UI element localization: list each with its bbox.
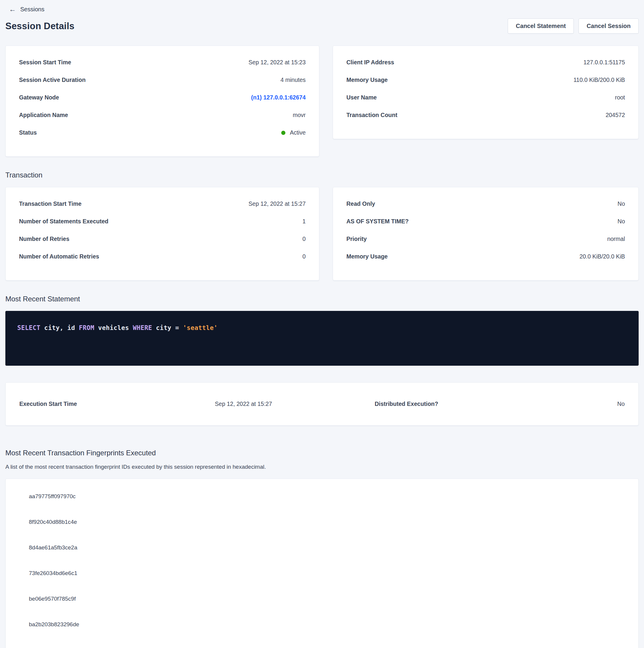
fingerprint-id: be06e9570f785c9f [29,595,625,603]
cancel-statement-button[interactable]: Cancel Statement [508,18,574,34]
session-summary-row: Session Start Time Sep 12, 2022 at 15:23… [5,46,639,157]
summary-row: Memory Usage 20.0 KiB/20.0 KiB [346,248,625,265]
summary-value: (n1) 127.0.0.1:62674 [251,93,306,102]
summary-value: 0 [302,235,306,243]
summary-label: Gateway Node [19,93,59,102]
execution-info-row: Execution Start Time Sep 12, 2022 at 15:… [19,400,625,408]
summary-value-text: 4 minutes [280,76,306,84]
fingerprint-id: 73fe26034bd6e6c1 [29,570,625,577]
summary-row: Number of Retries 0 [19,230,306,248]
summary-row: Number of Statements Executed 1 [19,213,306,230]
summary-row: Priority normal [346,230,625,248]
action-buttons: Cancel Statement Cancel Session [508,18,639,34]
fingerprint-id: aa79775ff097970c [29,493,625,500]
summary-row: Session Start Time Sep 12, 2022 at 15:23 [19,54,306,71]
summary-value: Sep 12, 2022 at 15:23 [248,58,306,67]
summary-label: AS OF SYSTEM TIME? [346,217,409,226]
summary-label: Transaction Count [346,111,397,119]
fingerprint-id: 8d4ae61a5fb3ce2a [29,544,625,551]
back-link-label: Sessions [20,6,44,13]
summary-value-text: 20.0 KiB/20.0 KiB [579,252,625,261]
summary-row: Read Only No [346,195,625,213]
summary-value: normal [607,235,625,243]
summary-row: User Name root [346,89,625,106]
summary-row: Number of Automatic Retries 0 [19,248,306,265]
summary-label: Client IP Address [346,58,394,67]
summary-value: Active [281,128,306,137]
summary-value: 0 [302,252,306,261]
sql-token: vehicles [94,324,133,331]
back-link[interactable]: ← Sessions [5,5,639,14]
cancel-session-button[interactable]: Cancel Session [579,18,639,34]
transaction-row: Transaction Start Time Sep 12, 2022 at 1… [5,187,639,280]
summary-value-text: root [615,93,625,102]
execution-start-time-label: Execution Start Time [19,400,205,408]
summary-row: Gateway Node (n1) 127.0.0.1:62674 [19,89,306,106]
summary-row: Transaction Count 204572 [346,106,625,124]
summary-label: Transaction Start Time [19,200,81,208]
back-arrow-icon: ← [9,6,16,13]
sql-statement-box: SELECT city, id FROM vehicles WHERE city… [5,311,639,366]
summary-value-text: No [618,200,625,208]
summary-row: Status Active [19,124,306,142]
summary-value: No [618,217,625,226]
summary-value-text: 0 [302,252,306,261]
fingerprints-card: aa79775ff097970c 8f920c40d88b1c4e 8d4ae6… [5,479,639,648]
summary-value: root [615,93,625,102]
summary-label: Number of Automatic Retries [19,252,99,261]
summary-value-text: Active [290,128,306,137]
summary-label: Number of Retries [19,235,69,243]
statement-section-heading: Most Recent Statement [5,295,639,303]
summary-value-text: normal [607,235,625,243]
fingerprints-section-heading: Most Recent Transaction Fingerprints Exe… [5,449,639,457]
summary-value-text: 0 [302,235,306,243]
summary-label: Number of Statements Executed [19,217,108,226]
session-details-page: ← Sessions Session Details Cancel Statem… [0,0,644,648]
summary-row: Transaction Start Time Sep 12, 2022 at 1… [19,195,306,213]
summary-value: movr [293,111,306,119]
fingerprints-description: A list of the most recent transaction fi… [5,463,639,471]
session-summary-card-right: Client IP Address 127.0.0.1:51175 Memory… [333,46,639,139]
fingerprint-list: aa79775ff097970c 8f920c40d88b1c4e 8d4ae6… [29,493,625,628]
summary-label: Status [19,128,37,137]
summary-label: Session Active Duration [19,76,86,84]
summary-value-text: Sep 12, 2022 at 15:27 [248,200,306,208]
summary-value: No [618,200,625,208]
summary-value-text: 1 [302,217,306,226]
summary-label: Memory Usage [346,252,388,261]
page-title: Session Details [5,21,74,32]
status-dot-icon [281,131,285,135]
summary-row: Application Name movr [19,106,306,124]
summary-value: 1 [302,217,306,226]
sql-token: SELECT [17,324,41,331]
summary-value: 20.0 KiB/20.0 KiB [579,252,625,261]
summary-row: Client IP Address 127.0.0.1:51175 [346,54,625,71]
summary-row: AS OF SYSTEM TIME? No [346,213,625,230]
summary-value: Sep 12, 2022 at 15:27 [248,200,306,208]
distributed-execution-label: Distributed Execution? [375,400,438,408]
fingerprint-id: 8f920c40d88b1c4e [29,518,625,526]
sql-token: city = [152,324,183,331]
fingerprint-id: ba2b203b823296de [29,620,625,628]
sql-token: WHERE [133,324,152,331]
session-summary-card-left: Session Start Time Sep 12, 2022 at 15:23… [5,46,319,157]
distributed-execution-value: No [438,400,625,408]
summary-row: Session Active Duration 4 minutes [19,71,306,89]
summary-value: 4 minutes [280,76,306,84]
summary-value-text: 110.0 KiB/200.0 KiB [574,76,625,84]
statement-execution-card: Execution Start Time Sep 12, 2022 at 15:… [5,382,639,426]
summary-label: Session Start Time [19,58,71,67]
sql-token: 'seattle' [183,324,218,331]
summary-row: Memory Usage 110.0 KiB/200.0 KiB [346,71,625,89]
summary-value-text: movr [293,111,306,119]
summary-label: Read Only [346,200,375,208]
transaction-card-right: Read Only No AS OF SYSTEM TIME? No Prior… [333,187,639,280]
summary-label: Application Name [19,111,68,119]
execution-start-time-value: Sep 12, 2022 at 15:27 [205,400,272,408]
summary-value: 127.0.0.1:51175 [583,58,625,67]
summary-value-text: No [618,217,625,226]
sql-token: city, id [41,324,79,331]
summary-label: User Name [346,93,377,102]
transaction-card-left: Transaction Start Time Sep 12, 2022 at 1… [5,187,319,280]
summary-value-text: 204572 [605,111,625,119]
